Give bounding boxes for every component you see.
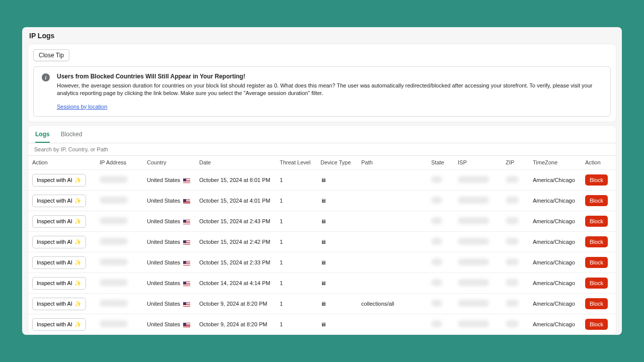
table-row: Inspect with AI ✨United States October 1… (28, 211, 616, 232)
sessions-by-location-link[interactable]: Sessions by location (57, 104, 107, 110)
inspect-with-ai-button[interactable]: Inspect with AI ✨ (32, 318, 86, 331)
col-country: Country (147, 159, 199, 165)
desktop-icon: 🖥 (320, 239, 326, 245)
cell-date: October 15, 2024 at 8:01 PM (199, 177, 280, 183)
cell-zip (506, 279, 533, 287)
cell-device: 🖥 (320, 177, 361, 183)
cell-device: 🖥 (320, 239, 361, 245)
cell-state (431, 279, 458, 287)
cell-isp (458, 320, 506, 328)
info-banner-title: Users from Blocked Countries Will Still … (57, 73, 602, 80)
inspect-with-ai-button[interactable]: Inspect with AI ✨ (32, 236, 86, 248)
cell-country: United States (147, 218, 199, 224)
block-button[interactable]: Block (585, 298, 608, 309)
cell-zip (506, 197, 533, 205)
inspect-with-ai-button[interactable]: Inspect with AI ✨ (32, 215, 86, 228)
tip-card-container: Close Tip i Users from Blocked Countries… (22, 44, 622, 126)
cell-date: October 15, 2024 at 2:42 PM (199, 239, 280, 245)
block-button[interactable]: Block (585, 236, 608, 247)
col-action2: Action (585, 159, 616, 165)
cell-country: United States (147, 321, 199, 327)
ip-logs-panel: IP Logs Close Tip i Users from Blocked C… (22, 27, 622, 335)
cell-device: 🖥 (320, 301, 361, 307)
us-flag-icon (183, 282, 190, 286)
block-button[interactable]: Block (585, 319, 608, 330)
cell-zip (506, 300, 533, 308)
cell-isp (458, 238, 506, 246)
cell-ip (100, 238, 147, 246)
inspect-with-ai-button[interactable]: Inspect with AI ✨ (32, 277, 86, 290)
col-date: Date (199, 159, 280, 165)
sparkle-icon: ✨ (74, 218, 82, 225)
cell-ip (100, 279, 147, 287)
cell-date: October 9, 2024 at 8:20 PM (199, 301, 280, 307)
tabs: Logs Blocked (28, 126, 616, 143)
block-button[interactable]: Block (585, 195, 608, 206)
cell-isp (458, 197, 506, 205)
col-device: Device Type (320, 159, 361, 165)
cell-country: United States (147, 239, 199, 245)
desktop-icon: 🖥 (320, 198, 326, 204)
us-flag-icon (183, 199, 190, 204)
cell-ip (100, 217, 147, 225)
block-button[interactable]: Block (585, 216, 608, 227)
sparkle-icon: ✨ (74, 321, 82, 328)
cell-state (431, 320, 458, 328)
sparkle-icon: ✨ (74, 259, 82, 266)
cell-country: United States (147, 177, 199, 183)
block-button[interactable]: Block (585, 174, 608, 186)
cell-tz: America/Chicago (533, 177, 585, 183)
logs-card: Logs Blocked Action IP Address Country D… (28, 126, 616, 335)
cell-country: United States (147, 280, 199, 286)
info-banner: i Users from Blocked Countries Will Stil… (33, 66, 611, 117)
cell-tz: America/Chicago (533, 321, 585, 327)
us-flag-icon (183, 240, 190, 245)
cell-path: collections/all (361, 301, 431, 307)
col-path: Path (361, 159, 431, 165)
cell-country: United States (147, 301, 199, 307)
cell-threat: 1 (280, 280, 320, 286)
table-row: Inspect with AI ✨United States October 1… (28, 191, 616, 211)
desktop-icon: 🖥 (320, 301, 326, 307)
col-isp: ISP (458, 159, 506, 165)
col-state: State (431, 159, 458, 165)
cell-date: October 9, 2024 at 8:20 PM (199, 321, 280, 327)
cell-isp (458, 300, 506, 308)
search-input[interactable] (28, 143, 616, 155)
cell-device: 🖥 (320, 321, 361, 327)
cell-threat: 1 (280, 239, 320, 245)
desktop-icon: 🖥 (320, 177, 326, 183)
sparkle-icon: ✨ (74, 198, 82, 204)
block-button[interactable]: Block (585, 257, 608, 268)
col-zip: ZIP (506, 159, 533, 165)
info-banner-content: Users from Blocked Countries Will Still … (57, 73, 602, 110)
sparkle-icon: ✨ (74, 301, 82, 307)
cell-ip (100, 258, 147, 266)
search-row (28, 143, 616, 156)
inspect-with-ai-button[interactable]: Inspect with AI ✨ (32, 298, 86, 310)
cell-zip (506, 320, 533, 328)
block-button[interactable]: Block (585, 278, 608, 289)
inspect-with-ai-button[interactable]: Inspect with AI ✨ (32, 195, 86, 207)
cell-tz: America/Chicago (533, 301, 585, 307)
inspect-with-ai-button[interactable]: Inspect with AI ✨ (32, 256, 86, 269)
cell-country: United States (147, 259, 199, 265)
close-tip-button[interactable]: Close Tip (33, 49, 69, 61)
cell-state (431, 197, 458, 205)
cell-date: October 14, 2024 at 4:14 PM (199, 280, 280, 286)
tab-blocked[interactable]: Blocked (61, 131, 83, 143)
inspect-with-ai-button[interactable]: Inspect with AI ✨ (32, 174, 86, 187)
page-title: IP Logs (29, 32, 615, 40)
us-flag-icon (183, 220, 190, 224)
tab-logs[interactable]: Logs (35, 131, 50, 143)
us-flag-icon (183, 302, 190, 307)
cell-device: 🖥 (320, 280, 361, 286)
col-ip: IP Address (100, 159, 147, 165)
us-flag-icon (183, 323, 190, 327)
cell-threat: 1 (280, 177, 320, 183)
table-row: Inspect with AI ✨United States October 1… (28, 273, 616, 294)
cell-ip (100, 176, 147, 184)
cell-country: United States (147, 198, 199, 204)
cell-threat: 1 (280, 218, 320, 224)
cell-date: October 15, 2024 at 2:43 PM (199, 218, 280, 224)
